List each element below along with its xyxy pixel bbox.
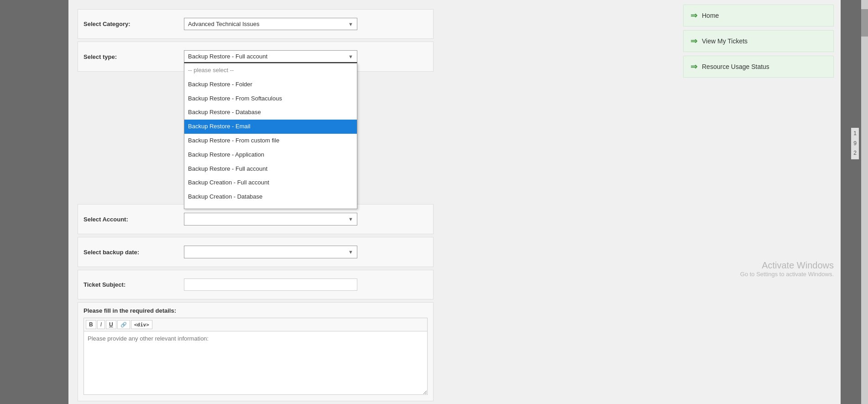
sidebar-item-resource-usage[interactable]: ⇒ Resource Usage Status: [683, 56, 834, 78]
underline-button[interactable]: U: [106, 320, 116, 329]
dropdown-option[interactable]: Backup Restore - Application: [184, 148, 357, 162]
view-tickets-arrow-icon: ⇒: [690, 36, 697, 46]
select-backup-date-display[interactable]: ▼: [184, 246, 357, 258]
code-button[interactable]: <div>: [131, 320, 152, 329]
ticket-subject-field: [184, 278, 428, 291]
dropdown-option[interactable]: Backup Restore - Full account: [184, 162, 357, 176]
sidebar-home-label: Home: [702, 12, 719, 19]
ticket-subject-inner: Ticket Subject:: [78, 275, 433, 294]
ticket-subject-label: Ticket Subject:: [84, 281, 184, 288]
right-spacer: 1 9 2: [841, 0, 868, 404]
select-type-row: Select type: Backup Restore - Full accou…: [78, 42, 434, 72]
select-category-row: Select Category: Advanced Technical Issu…: [78, 9, 434, 39]
select-category-arrow-icon: ▼: [348, 21, 353, 27]
select-backup-date-row: Select backup date: ▼: [78, 237, 434, 267]
dropdown-option[interactable]: Backup Restore - From Softaculous: [184, 92, 357, 106]
details-label: Please fill in the required details:: [84, 307, 428, 314]
activate-windows-subtitle: Go to Settings to activate Windows.: [683, 271, 834, 278]
left-spacer: [0, 0, 68, 404]
dropdown-option[interactable]: Backup Restore - Folder: [184, 78, 357, 92]
activate-windows-watermark: Activate Windows Go to Settings to activ…: [683, 260, 834, 278]
dropdown-option[interactable]: Backup Restore - Email: [184, 120, 357, 134]
select-category-inner: Select Category: Advanced Technical Issu…: [78, 14, 433, 34]
select-type-field: Backup Restore - Full account ▼ -- pleas…: [184, 50, 428, 63]
sidebar-resource-usage-label: Resource Usage Status: [702, 63, 769, 70]
page-numbers: 1 9 2: [851, 128, 859, 159]
scrollbar-thumb[interactable]: [861, 9, 868, 37]
select-backup-date-label: Select backup date:: [84, 249, 184, 256]
link-button[interactable]: 🔗: [117, 320, 130, 329]
select-type-display[interactable]: Backup Restore - Full account ▼: [184, 50, 357, 63]
italic-button[interactable]: I: [97, 320, 105, 329]
dropdown-option[interactable]: Backup Creation - Full account: [184, 176, 357, 190]
sidebar-item-home[interactable]: ⇒ Home: [683, 5, 834, 26]
select-account-label: Select Account:: [84, 216, 184, 223]
select-backup-date-inner: Select backup date: ▼: [78, 242, 433, 262]
activate-windows-title: Activate Windows: [683, 260, 834, 271]
details-textarea[interactable]: [84, 331, 428, 395]
select-category-display[interactable]: Advanced Technical Issues ▼: [184, 18, 357, 30]
dropdown-option[interactable]: Backup Creation - Database: [184, 190, 357, 204]
select-category-label: Select Category:: [84, 21, 184, 27]
main-content: Select Category: Advanced Technical Issu…: [68, 0, 676, 404]
bold-button[interactable]: B: [86, 320, 96, 329]
dropdown-option[interactable]: Backup Restore - Database: [184, 105, 357, 120]
select-backup-date-wrapper[interactable]: ▼: [184, 246, 357, 258]
select-type-dropdown[interactable]: -- please select --Backup Restore - Fold…: [184, 63, 357, 209]
select-account-inner: Select Account: ▼: [78, 209, 433, 229]
editor-toolbar: B I U 🔗 <div>: [84, 318, 428, 331]
select-type-wrapper[interactable]: Backup Restore - Full account ▼ -- pleas…: [184, 50, 357, 63]
select-account-field: ▼: [184, 213, 428, 226]
sidebar: ⇒ Home ⇒ View My Tickets ⇒ Resource Usag…: [676, 0, 841, 404]
link-icon: 🔗: [120, 322, 127, 327]
select-type-inner: Select type: Backup Restore - Full accou…: [78, 47, 433, 67]
sidebar-view-tickets-label: View My Tickets: [702, 37, 748, 45]
select-category-field: Advanced Technical Issues ▼: [184, 18, 428, 30]
select-backup-date-arrow-icon: ▼: [348, 249, 353, 255]
select-account-wrapper[interactable]: ▼: [184, 213, 357, 226]
select-type-value: Backup Restore - Full account: [188, 53, 267, 60]
resource-usage-arrow-icon: ⇒: [690, 62, 697, 72]
select-backup-date-field: ▼: [184, 246, 428, 258]
select-account-arrow-icon: ▼: [348, 216, 353, 222]
select-account-display[interactable]: ▼: [184, 213, 357, 226]
select-category-value: Advanced Technical Issues: [188, 21, 260, 27]
sidebar-item-view-tickets[interactable]: ⇒ View My Tickets: [683, 30, 834, 52]
form-container: Select Category: Advanced Technical Issu…: [68, 5, 443, 404]
scrollbar-track: [861, 0, 868, 404]
select-type-label: Select type:: [84, 53, 184, 60]
home-arrow-icon: ⇒: [690, 10, 697, 21]
select-type-arrow-icon: ▼: [348, 54, 353, 59]
dropdown-option[interactable]: -- please select --: [184, 63, 357, 78]
ticket-subject-row: Ticket Subject:: [78, 270, 434, 299]
dropdown-option[interactable]: Backup Creation - Folder: [184, 204, 357, 209]
dropdown-option[interactable]: Backup Restore - From custom file: [184, 134, 357, 148]
select-category-wrapper[interactable]: Advanced Technical Issues ▼: [184, 18, 357, 30]
ticket-subject-input[interactable]: [184, 278, 357, 291]
details-section: Please fill in the required details: B I…: [78, 302, 434, 401]
